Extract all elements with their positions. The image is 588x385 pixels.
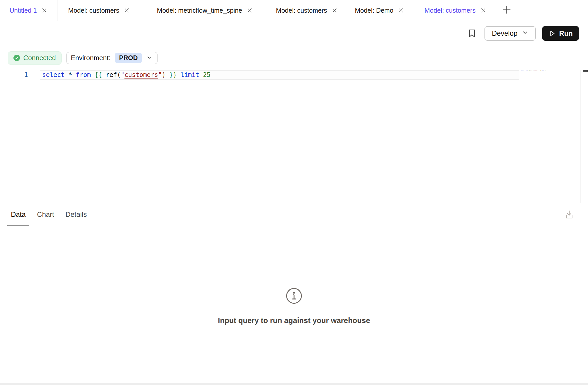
minimap[interactable]: select * from {{ ref("customers") }} lim…: [521, 70, 546, 71]
environment-value-badge: PROD: [115, 53, 142, 63]
run-label: Run: [559, 30, 573, 38]
close-icon[interactable]: [41, 7, 48, 14]
info-icon: [286, 288, 302, 305]
tab-label: Chart: [37, 211, 54, 219]
tab-model-customers-2[interactable]: Model: customers: [269, 0, 345, 21]
line-number: 1: [16, 70, 28, 80]
toolbar: Develop Run: [0, 21, 588, 46]
code-line[interactable]: select * from {{ ref("customers") }} lim…: [40, 71, 519, 79]
tab-chart[interactable]: Chart: [33, 203, 58, 226]
develop-label: Develop: [492, 30, 517, 38]
close-icon[interactable]: [398, 7, 404, 14]
status-row: Connected Environment: PROD: [0, 46, 588, 70]
connected-label: Connected: [23, 54, 56, 62]
editor-tab-bar: Untitled 1 Model: customers Model: metri…: [0, 0, 588, 21]
tab-model-customers-3[interactable]: Model: customers: [414, 0, 497, 21]
results-panel: Data Chart Details Input query to run ag…: [0, 203, 588, 383]
tab-label: Model: metricflow_time_spine: [157, 7, 242, 14]
tab-untitled-1[interactable]: Untitled 1: [0, 0, 57, 21]
tab-label: Model: Demo: [355, 7, 393, 14]
close-icon[interactable]: [331, 7, 338, 14]
code-token: }}: [169, 71, 180, 79]
download-icon[interactable]: [565, 210, 573, 219]
code-token: ": [158, 71, 162, 79]
tab-data[interactable]: Data: [7, 203, 29, 226]
empty-state-message: Input query to run against your warehous…: [218, 315, 370, 326]
check-icon: [13, 55, 20, 61]
ref-link[interactable]: customers: [124, 71, 158, 79]
code-token: limit: [181, 71, 203, 79]
code-editor[interactable]: 1 select * from {{ ref("customers") }} l…: [0, 70, 588, 203]
results-tab-bar: Data Chart Details: [0, 203, 588, 226]
chevron-down-icon: [146, 54, 152, 62]
code-token: ": [121, 71, 124, 79]
tab-model-customers-1[interactable]: Model: customers: [57, 0, 141, 21]
close-icon[interactable]: [480, 7, 487, 14]
overview-ruler: [580, 70, 581, 203]
tab-label: Details: [65, 211, 87, 219]
tab-model-metricflow-time-spine[interactable]: Model: metricflow_time_spine: [141, 0, 269, 21]
tab-label: Untitled 1: [10, 7, 37, 14]
scrollbar-track: [587, 21, 587, 383]
code-token: *: [68, 71, 76, 79]
code-token: ref(: [106, 71, 121, 79]
play-icon: [548, 30, 556, 37]
close-icon[interactable]: [246, 7, 253, 14]
run-button[interactable]: Run: [542, 26, 579, 41]
code-token: from: [76, 71, 94, 79]
tab-label: Model: customers: [276, 7, 327, 14]
empty-state: Input query to run against your warehous…: [0, 226, 588, 383]
bookmark-icon[interactable]: [469, 29, 475, 38]
environment-label: Environment:: [71, 54, 111, 62]
close-icon[interactable]: [123, 7, 130, 14]
tab-details[interactable]: Details: [62, 203, 91, 226]
code-token: {{: [94, 71, 106, 79]
active-line[interactable]: select * from {{ ref("customers") }} lim…: [40, 70, 519, 80]
overview-ruler-cursor: [583, 70, 588, 72]
environment-selector[interactable]: Environment: PROD: [66, 52, 158, 64]
develop-button[interactable]: Develop: [484, 26, 535, 41]
tab-label: Model: customers: [68, 7, 119, 14]
bottom-divider: [0, 383, 588, 385]
new-tab-button[interactable]: [497, 0, 517, 21]
connection-status-badge: Connected: [8, 51, 62, 65]
chevron-down-icon: [522, 29, 528, 38]
code-token: select: [42, 71, 68, 79]
tab-label: Model: customers: [424, 7, 475, 14]
code-token: ): [162, 71, 169, 79]
tab-model-demo[interactable]: Model: Demo: [345, 0, 414, 21]
plus-icon: [502, 5, 512, 16]
tab-label: Data: [11, 211, 26, 219]
code-token: 25: [203, 71, 210, 79]
